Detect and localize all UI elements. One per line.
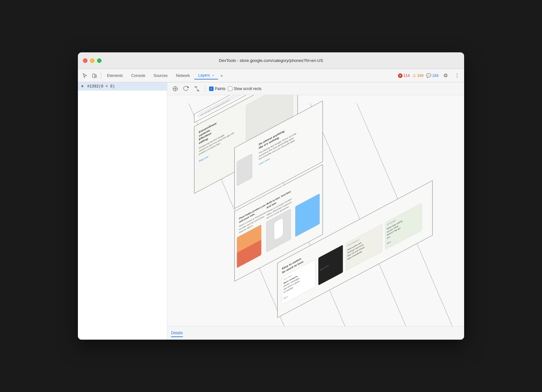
layers-canvas[interactable]: store.google.com/category/phones/f... Ex… — [167, 95, 464, 326]
devtools-window: DevTools - store.google.com/category/pho… — [78, 52, 464, 340]
title-bar: DevTools - store.google.com/category/pho… — [78, 52, 464, 69]
toolbar-right: ✕ 114 ⚠ 349 💬 164 ⚙ ⋮ — [398, 71, 462, 80]
layers-panel: ✓ Paints Slow scroll rects — [167, 82, 464, 340]
warning-count: 349 — [417, 73, 424, 78]
slow-scroll-checkbox[interactable] — [228, 87, 232, 91]
slow-scroll-checkbox-wrap[interactable]: Slow scroll rects — [228, 87, 261, 91]
window-title: DevTools - store.google.com/category/pho… — [219, 58, 323, 63]
info-count: 164 — [432, 73, 439, 78]
separator-1 — [101, 72, 101, 79]
svg-line-8 — [198, 90, 199, 91]
close-button[interactable] — [83, 58, 87, 63]
layers-sidebar: #1392(0 × 0) — [78, 82, 167, 340]
tab-bar: Elements Console Sources Network Layers … — [78, 69, 464, 82]
layers-tab-close[interactable]: × — [212, 73, 214, 77]
warning-icon: ⚠ — [412, 73, 416, 78]
error-count: 114 — [403, 73, 410, 78]
more-tabs-button[interactable]: » — [219, 72, 225, 79]
layer-id: #1392(0 × 0) — [87, 84, 115, 89]
details-tab[interactable]: Details — [171, 329, 183, 337]
inspect-element-icon[interactable] — [80, 71, 89, 80]
paints-checkbox-wrap[interactable]: ✓ Paints — [209, 87, 225, 91]
rotate-tool-button[interactable] — [182, 85, 190, 93]
tab-console[interactable]: Console — [127, 72, 149, 79]
svg-rect-2 — [95, 75, 96, 78]
reset-tool-button[interactable] — [193, 85, 201, 93]
more-options-button[interactable]: ⋮ — [453, 71, 462, 80]
svg-rect-0 — [83, 73, 84, 74]
error-badge[interactable]: ✕ 114 — [398, 73, 410, 78]
main-content: #1392(0 × 0) ✓ Paints — [78, 82, 464, 340]
bottom-bar: Details — [167, 326, 464, 340]
layers-visualization: store.google.com/category/phones/f... Ex… — [167, 95, 464, 326]
warning-badge[interactable]: ⚠ 349 — [412, 73, 424, 78]
minimize-button[interactable] — [90, 58, 94, 63]
maximize-button[interactable] — [97, 58, 102, 63]
layer-tree-item[interactable]: #1392(0 × 0) — [78, 82, 167, 91]
tab-sources[interactable]: Sources — [150, 72, 171, 79]
layers-toolbar: ✓ Paints Slow scroll rects — [167, 82, 464, 95]
device-mode-icon[interactable] — [90, 71, 99, 80]
svg-line-7 — [195, 87, 196, 88]
svg-rect-1 — [93, 74, 95, 78]
paints-checkbox[interactable]: ✓ — [209, 87, 214, 91]
paints-label: Paints — [215, 87, 225, 91]
tab-elements[interactable]: Elements — [103, 72, 127, 79]
tab-network[interactable]: Network — [172, 72, 194, 79]
separator-2 — [205, 86, 205, 92]
tab-layers[interactable]: Layers × — [194, 72, 218, 79]
chat-icon: 💬 — [426, 73, 431, 78]
settings-button[interactable]: ⚙ — [441, 71, 450, 80]
slow-scroll-label: Slow scroll rects — [234, 87, 261, 91]
pan-tool-button[interactable] — [171, 85, 179, 93]
info-badge[interactable]: 💬 164 — [426, 73, 439, 78]
expand-icon — [82, 85, 84, 87]
layers-scene: store.google.com/category/phones/f... Ex… — [167, 95, 464, 326]
error-icon: ✕ — [398, 73, 403, 78]
traffic-lights — [83, 58, 102, 63]
